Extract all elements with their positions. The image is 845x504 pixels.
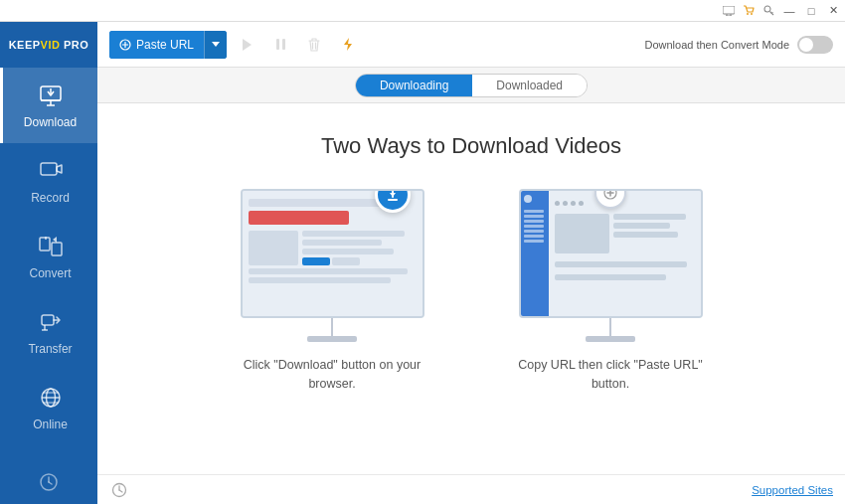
delete-button[interactable] [300, 31, 328, 59]
svg-point-5 [751, 13, 753, 15]
minimize-button[interactable]: — [781, 3, 797, 19]
tab-container: Downloading Downloaded [355, 74, 588, 97]
play-button[interactable] [233, 31, 260, 59]
small-dot [571, 201, 576, 206]
panel-line [524, 235, 544, 238]
svg-rect-16 [52, 243, 62, 255]
svg-rect-33 [282, 39, 285, 50]
screen-content-2 [521, 191, 701, 316]
sidebar-item-download[interactable]: Download [0, 68, 97, 143]
content-area: Two Ways to Download Videos [97, 103, 845, 474]
screen-left-panel [521, 191, 549, 316]
method1-caption: Click "Download" button on your browser. [223, 356, 441, 394]
record-icon [37, 157, 65, 185]
screen-rows-1 [249, 231, 417, 283]
svg-rect-15 [40, 238, 50, 251]
svg-rect-14 [41, 163, 57, 175]
panel-line [524, 215, 544, 218]
screen-row [249, 277, 392, 283]
monitor-wrapper-1 [241, 189, 424, 342]
supported-sites-link[interactable]: Supported Sites [752, 484, 833, 496]
panel-dot [524, 195, 532, 203]
paste-url-label: Paste URL [136, 38, 194, 52]
paste-url-button[interactable]: Paste URL [109, 31, 227, 59]
monitor-2 [519, 189, 703, 318]
sidebar-download-label: Download [24, 115, 77, 129]
sidebar-online-label: Online [33, 418, 68, 431]
screen-row [302, 231, 406, 237]
sidebar-item-record[interactable]: Record [0, 143, 97, 219]
sidebar-item-convert[interactable]: Convert [0, 219, 97, 294]
panel-line [524, 220, 544, 223]
panel-lines [524, 210, 546, 243]
toolbar: Paste URL Download then Convert Mode [97, 22, 845, 68]
tab-downloading[interactable]: Downloading [356, 75, 472, 96]
screen-text-line [555, 274, 667, 280]
sidebar-item-transfer[interactable]: Transfer [0, 294, 97, 370]
svg-line-41 [119, 490, 122, 492]
screen-text-lines [302, 231, 417, 265]
footer-clock-icon [109, 480, 129, 500]
small-dot [555, 201, 560, 206]
monitor-screen-2 [521, 191, 701, 316]
footer: Supported Sites [97, 474, 845, 504]
maximize-button[interactable]: □ [803, 3, 819, 19]
screen-block-1 [555, 214, 609, 253]
key-icon[interactable] [761, 4, 775, 18]
monitor-base-2 [586, 336, 635, 342]
sidebar-record-label: Record [31, 191, 70, 205]
clock-icon [39, 472, 59, 492]
monitor-wrapper-2 [519, 189, 703, 342]
svg-point-6 [764, 6, 770, 12]
method2-caption: Copy URL then click "Paste URL" button. [501, 356, 720, 394]
screen-blocks-row [555, 214, 695, 253]
titlebar-icons: — □ ✕ [722, 3, 841, 19]
method-browser-download: Click "Download" button on your browser. [223, 189, 441, 394]
lightning-button[interactable] [334, 31, 362, 59]
screen-btn-gray [332, 257, 360, 265]
download-convert-mode: Download then Convert Mode [644, 36, 833, 54]
download-convert-label: Download then Convert Mode [644, 39, 789, 51]
dots-row [555, 201, 695, 206]
screen-bar-1 [249, 199, 383, 207]
sidebar-item-online[interactable]: Online [0, 370, 97, 445]
panel-line [524, 210, 544, 213]
screen-btn-blue [302, 257, 330, 265]
panel-line [524, 240, 544, 243]
tabs-bar: Downloading Downloaded [97, 68, 845, 103]
screen-text-block [613, 214, 695, 253]
download-convert-toggle[interactable] [797, 36, 833, 54]
monitor-stand-1 [331, 318, 333, 336]
screen-red-bar [249, 211, 349, 225]
paste-url-dropdown-arrow[interactable] [204, 31, 227, 59]
screen-icon [722, 4, 736, 18]
paste-url-main[interactable]: Paste URL [109, 31, 204, 59]
plus-icon [119, 39, 131, 51]
close-button[interactable]: ✕ [825, 3, 841, 19]
monitor-stand-2 [609, 318, 611, 336]
svg-point-4 [747, 13, 749, 15]
method-paste-url: Copy URL then click "Paste URL" button. [501, 189, 720, 394]
download-methods: Click "Download" button on your browser. [223, 189, 720, 394]
monitor-base-1 [307, 336, 357, 342]
pause-button[interactable] [266, 31, 294, 59]
svg-rect-18 [42, 315, 54, 325]
small-dot [579, 201, 584, 206]
sidebar-transfer-label: Transfer [28, 342, 72, 356]
transfer-icon [37, 308, 65, 336]
online-icon [37, 384, 65, 412]
svg-rect-0 [723, 6, 735, 14]
app-container: KEEPVID PRO Download [0, 22, 845, 504]
screen-right-area [549, 191, 701, 316]
svg-line-8 [771, 12, 773, 14]
chevron-down-icon [212, 42, 220, 47]
sidebar: KEEPVID PRO Download [0, 22, 97, 504]
tab-downloaded[interactable]: Downloaded [472, 75, 587, 96]
small-dot [563, 201, 568, 206]
svg-line-28 [49, 482, 52, 484]
plus-circle-icon [603, 191, 617, 200]
screen-buttons-row [302, 257, 417, 265]
download-icon [37, 82, 65, 109]
cart-icon[interactable] [742, 4, 756, 18]
screen-text-line [613, 232, 679, 238]
